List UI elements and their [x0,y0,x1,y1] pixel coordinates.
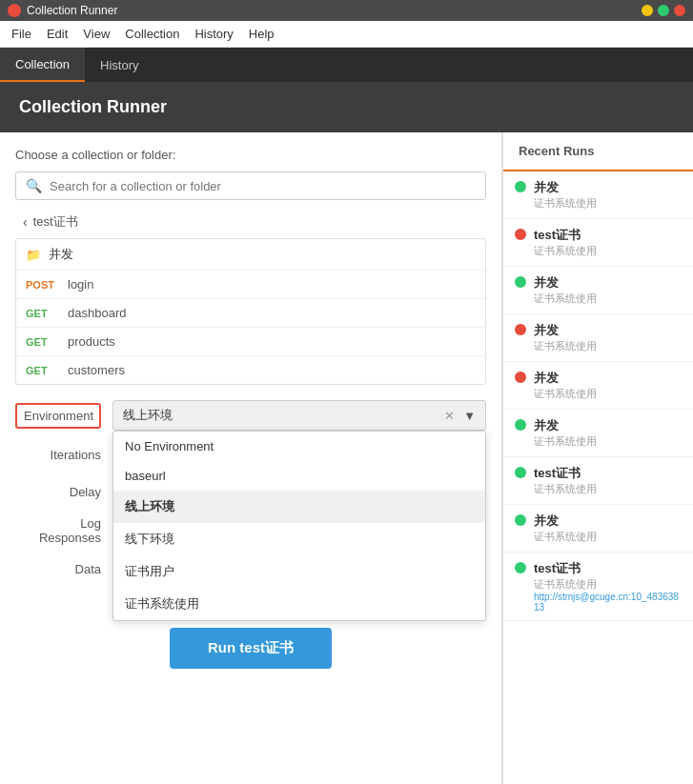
run-status-dot [515,562,526,573]
run-item[interactable]: test证书 证书系统使用 [503,219,693,267]
method-badge-get: GET [26,365,60,376]
run-status-dot [515,467,526,478]
menu-history[interactable]: History [187,23,240,45]
data-label: Data [15,562,101,576]
dropdown-item-cert-user[interactable]: 证书用户 [113,555,485,588]
run-name: 并发 [534,179,597,196]
run-status-dot [515,419,526,431]
menu-file[interactable]: File [4,23,39,45]
endpoint-name: dashboard [68,306,126,320]
main-layout: Choose a collection or folder: 🔍 ‹ test证… [0,132,693,784]
endpoint-name: products [68,334,115,349]
menu-bar: File Edit View Collection History Help [0,21,693,48]
dropdown-item-online[interactable]: 线上环境 [113,491,485,523]
run-item[interactable]: 并发 证书系统使用 [503,362,693,410]
run-item[interactable]: 并发 证书系统使用 [503,410,693,457]
log-responses-label: Log Responses [15,516,101,545]
chevron-down-icon: ▼ [463,409,476,423]
method-badge-get: GET [26,308,60,319]
method-badge-post: POST [26,279,60,291]
endpoint-name: login [68,277,93,291]
minimize-btn[interactable] [642,5,653,16]
run-sub: 证书系统使用 [534,291,597,306]
dropdown-item-cert-system[interactable]: 证书系统使用 [113,588,485,620]
menu-view[interactable]: View [75,23,117,45]
run-info: 并发 证书系统使用 [534,179,597,211]
recent-runs-header: Recent Runs [503,132,693,171]
run-item[interactable]: 并发 证书系统使用 [503,171,693,219]
run-sub: 证书系统使用 [534,530,597,544]
left-panel: Choose a collection or folder: 🔍 ‹ test证… [0,132,502,784]
delay-label: Delay [15,485,101,499]
menu-help[interactable]: Help [241,23,282,45]
run-name: 并发 [534,370,597,387]
page-header: Collection Runner [0,82,693,132]
list-item[interactable]: GET customers [16,356,485,384]
run-status-dot [515,372,526,383]
form-section: Environment 线上环境 ✕ ▼ No Environment base… [15,400,486,669]
dropdown-item-baseurl[interactable]: baseurl [113,461,485,491]
run-name: 并发 [534,274,597,291]
environment-select-container: 线上环境 ✕ ▼ No Environment baseurl 线上环境 线下环… [112,400,486,431]
run-sub: 证书系统使用 [534,482,597,496]
tab-collection[interactable]: Collection [0,48,85,82]
run-name: test证书 [534,465,597,482]
window-controls [642,5,685,16]
run-sub: 证书系统使用 [534,244,597,258]
run-sub: 证书系统使用 [534,339,597,353]
run-sub: 证书系统使用 [534,434,597,449]
environment-label: Environment [15,403,101,429]
iterations-label: Iterations [15,448,101,462]
search-input[interactable] [50,179,476,193]
run-info: 并发 证书系统使用 [534,274,597,306]
run-sub: 证书系统使用 [534,196,597,211]
run-info: test证书 证书系统使用 http://stmjs@gcuge.cn:10_4… [534,560,682,613]
run-info: 并发 证书系统使用 [534,417,597,449]
run-info: test证书 证书系统使用 [534,227,597,258]
run-info: 并发 证书系统使用 [534,322,597,353]
list-item[interactable]: GET dashboard [16,299,485,328]
run-item[interactable]: 并发 证书系统使用 [503,267,693,314]
item-name: 并发 [49,246,73,263]
endpoint-name: customers [68,363,125,377]
run-name: 并发 [534,322,597,339]
right-panel: Recent Runs 并发 证书系统使用 test证书 证书系统使用 并发 证… [502,132,693,784]
run-item[interactable]: 并发 证书系统使用 [503,314,693,362]
method-badge-get: GET [26,336,60,348]
dropdown-item-offline[interactable]: 线下环境 [113,523,485,555]
run-test-button[interactable]: Run test证书 [170,628,332,669]
run-link: http://stmjs@gcuge.cn:10_48363813 [534,592,682,613]
run-item[interactable]: 并发 证书系统使用 [503,505,693,553]
app-icon [8,4,21,17]
run-item[interactable]: test证书 证书系统使用 http://stmjs@gcuge.cn:10_4… [503,553,693,621]
page-title: Collection Runner [19,97,167,116]
run-name: test证书 [534,227,597,244]
folder-icon: 📁 [26,248,41,262]
run-status-dot [515,324,526,335]
list-item[interactable]: 📁 并发 [16,239,485,271]
tab-history[interactable]: History [85,48,153,82]
dropdown-item-no-env[interactable]: No Environment [113,432,485,461]
environment-dropdown: No Environment baseurl 线上环境 线下环境 证书用户 证书… [112,431,486,621]
environment-select[interactable]: 线上环境 ✕ ▼ [112,400,486,431]
title-bar: Collection Runner [0,0,693,21]
breadcrumb[interactable]: ‹ test证书 [15,210,486,234]
clear-environment-btn[interactable]: ✕ [444,409,455,423]
search-box: 🔍 [15,171,486,200]
close-btn[interactable] [674,5,685,16]
run-name: test证书 [534,560,682,577]
run-name: 并发 [534,513,597,530]
list-item[interactable]: POST login [16,271,485,299]
nav-tabs: Collection History [0,48,693,82]
back-arrow-icon: ‹ [23,214,28,230]
menu-collection[interactable]: Collection [117,23,187,45]
run-item[interactable]: test证书 证书系统使用 [503,457,693,505]
menu-edit[interactable]: Edit [39,23,75,45]
maximize-btn[interactable] [658,5,669,16]
breadcrumb-text: test证书 [33,213,78,231]
run-name: 并发 [534,417,597,434]
list-item[interactable]: GET products [16,328,485,356]
title-bar-text: Collection Runner [27,4,117,17]
run-info: 并发 证书系统使用 [534,513,597,544]
choose-label: Choose a collection or folder: [15,148,486,162]
